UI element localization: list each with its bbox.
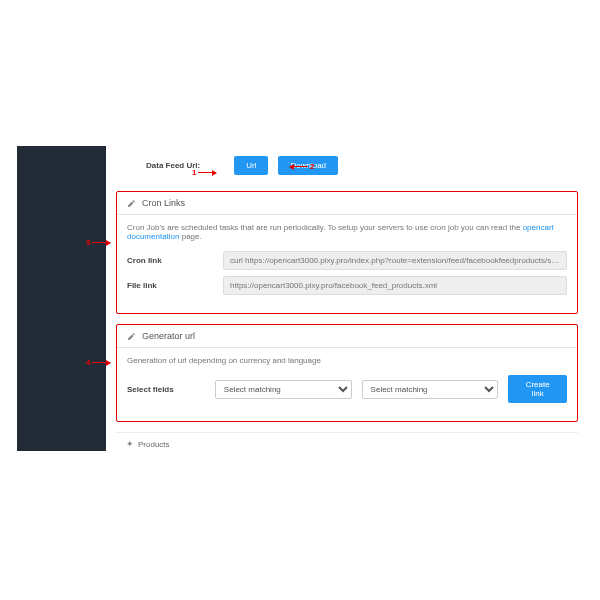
select-fields-row: Select fields Select matching Select mat… — [127, 375, 567, 403]
annot-num-1: 1 — [192, 168, 196, 177]
annotation-2: 2 — [290, 162, 314, 171]
annot-num-3: 3 — [86, 238, 90, 247]
cron-desc-pre: Cron Job's are scheduled tasks that are … — [127, 223, 523, 232]
generator-desc: Generation of url depending on currency … — [127, 356, 567, 365]
products-title: Products — [138, 440, 170, 449]
file-link-row: File link https://opencart3000.pixy.pro/… — [127, 276, 567, 295]
pencil-icon — [127, 332, 136, 341]
annotation-4: 4 — [86, 358, 110, 367]
select-matching-2[interactable]: Select matching — [362, 380, 499, 399]
url-button[interactable]: Url — [234, 156, 268, 175]
products-section-header[interactable]: ✦ Products — [116, 432, 578, 455]
annot-num-4: 4 — [86, 358, 90, 367]
main-content: Data Feed Url: Url Download Cron Links C… — [106, 146, 588, 455]
file-link-input[interactable]: https://opencart3000.pixy.pro/facebook_f… — [223, 276, 567, 295]
cron-links-header: Cron Links — [117, 192, 577, 215]
file-link-label: File link — [127, 281, 213, 290]
plus-icon: ✦ — [126, 439, 134, 449]
cron-link-input[interactable]: curl https://opencart3000.pixy.pro/index… — [223, 251, 567, 270]
create-link-button[interactable]: Create link — [508, 375, 567, 403]
select-fields-label: Select fields — [127, 385, 205, 394]
cron-desc-post: page. — [179, 232, 201, 241]
generator-url-header: Generator url — [117, 325, 577, 348]
generator-url-panel: Generator url Generation of url dependin… — [116, 324, 578, 422]
annotation-1: 1 — [192, 168, 216, 177]
cron-links-panel: Cron Links Cron Job's are scheduled task… — [116, 191, 578, 314]
sidebar — [17, 146, 106, 451]
annotation-3: 3 — [86, 238, 110, 247]
cron-links-title: Cron Links — [142, 198, 185, 208]
pencil-icon — [127, 199, 136, 208]
data-feed-row: Data Feed Url: Url Download — [106, 146, 588, 183]
cron-link-label: Cron link — [127, 256, 213, 265]
cron-description: Cron Job's are scheduled tasks that are … — [127, 223, 567, 241]
cron-link-row: Cron link curl https://opencart3000.pixy… — [127, 251, 567, 270]
select-matching-1[interactable]: Select matching — [215, 380, 352, 399]
generator-url-title: Generator url — [142, 331, 195, 341]
annot-num-2: 2 — [310, 162, 314, 171]
